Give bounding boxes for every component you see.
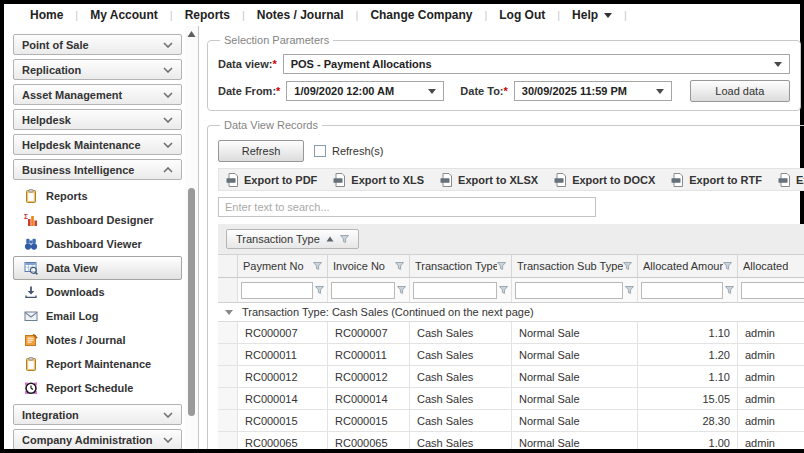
filter-icon[interactable] <box>623 262 632 270</box>
scrollbar-thumb[interactable] <box>188 188 195 416</box>
sidebar-item-dashboard-designer[interactable]: Σ Dashboard Designer <box>13 208 182 232</box>
menu-reports[interactable]: Reports <box>173 8 242 22</box>
menu-notes-journal[interactable]: Notes / Journal <box>245 8 356 22</box>
menu-change-company[interactable]: Change Company <box>358 8 484 22</box>
menu-log-out[interactable]: Log Out <box>487 8 557 22</box>
data-view-dropdown[interactable]: POS - Payment Allocations <box>283 54 790 74</box>
cell-payment-no[interactable]: RC000015 <box>238 410 328 432</box>
table-row[interactable]: RC000007 RC000007 Cash Sales Normal Sale… <box>218 322 804 344</box>
filter-input-invoice-no[interactable] <box>331 282 395 299</box>
filter-icon[interactable] <box>725 286 734 294</box>
export-pdf-button[interactable]: Export to PDF <box>226 173 317 187</box>
cell-payment-no[interactable]: RC000012 <box>238 366 328 388</box>
date-from-picker[interactable]: 1/09/2020 12:00 AM <box>286 81 444 101</box>
menu-help[interactable]: Help <box>560 8 624 22</box>
cell-transaction-type[interactable]: Cash Sales <box>410 410 512 432</box>
cell-transaction-sub-type[interactable]: Normal Sale <box>512 432 638 449</box>
cell-allocated-amount[interactable]: 1.10 <box>638 366 738 388</box>
cell-transaction-sub-type[interactable]: Normal Sale <box>512 410 638 432</box>
grid-header-invoice-no[interactable]: Invoice No <box>328 255 410 278</box>
grid-header-payment-no[interactable]: Payment No <box>238 255 328 278</box>
grid-header-allocated[interactable]: Allocated <box>738 255 804 278</box>
refresh-button[interactable]: Refresh <box>218 140 304 162</box>
cell-payment-no[interactable]: RC000014 <box>238 388 328 410</box>
cell-invoice-no[interactable]: RC000011 <box>328 344 410 366</box>
date-to-picker[interactable]: 30/09/2025 11:59 PM <box>514 81 672 101</box>
scroll-up-icon[interactable] <box>187 30 196 38</box>
sidebar-item-email-log[interactable]: Email Log <box>13 304 182 328</box>
cell-transaction-type[interactable]: Cash Sales <box>410 366 512 388</box>
cell-allocated-amount[interactable]: 28.30 <box>638 410 738 432</box>
filter-icon[interactable] <box>315 286 324 294</box>
cell-invoice-no[interactable]: RC000065 <box>328 432 410 449</box>
cell-allocated[interactable]: admin <box>738 410 804 432</box>
sidebar-item-report-maintenance[interactable]: Report Maintenance <box>13 352 182 376</box>
cell-transaction-sub-type[interactable]: Normal Sale <box>512 366 638 388</box>
grid-header-transaction-sub-type[interactable]: Transaction Sub Type <box>512 255 638 278</box>
sidebar-section-replication[interactable]: Replication <box>13 59 182 80</box>
sidebar-item-notes-journal[interactable]: Notes / Journal <box>13 328 182 352</box>
cell-transaction-sub-type[interactable]: Normal Sale <box>512 344 638 366</box>
cell-transaction-type[interactable]: Cash Sales <box>410 388 512 410</box>
filter-icon[interactable] <box>723 262 732 270</box>
sidebar-section-helpdesk[interactable]: Helpdesk <box>13 109 182 130</box>
cell-allocated-amount[interactable]: 15.05 <box>638 388 738 410</box>
export-xls-button[interactable]: Export to XLS <box>333 173 424 187</box>
sidebar-item-dashboard-viewer[interactable]: Dashboard Viewer <box>13 232 182 256</box>
refresh-checkbox[interactable] <box>314 145 326 157</box>
cell-invoice-no[interactable]: RC000012 <box>328 366 410 388</box>
filter-input-allocated-amount[interactable] <box>641 282 723 299</box>
cell-transaction-type[interactable]: Cash Sales <box>410 322 512 344</box>
search-input[interactable] <box>218 197 596 217</box>
sidebar-item-downloads[interactable]: Downloads <box>13 280 182 304</box>
cell-payment-no[interactable]: RC000011 <box>238 344 328 366</box>
sidebar-section-company-administration[interactable]: Company Administration <box>13 429 182 449</box>
filter-icon[interactable] <box>313 262 322 270</box>
menu-my-account[interactable]: My Account <box>78 8 170 22</box>
export-csv-button[interactable]: Export to CSV <box>778 173 804 187</box>
cell-allocated-amount[interactable]: 1.20 <box>638 344 738 366</box>
cell-invoice-no[interactable]: RC000007 <box>328 322 410 344</box>
cell-invoice-no[interactable]: RC000015 <box>328 410 410 432</box>
collapse-arrow-icon[interactable] <box>225 310 233 315</box>
cell-payment-no[interactable]: RC000065 <box>238 432 328 449</box>
cell-allocated[interactable]: admin <box>738 322 804 344</box>
filter-icon[interactable] <box>395 262 404 270</box>
cell-allocated[interactable]: admin <box>738 432 804 449</box>
filter-icon[interactable] <box>340 235 349 243</box>
load-data-button[interactable]: Load data <box>690 80 790 102</box>
grid-group-row[interactable]: Transaction Type: Cash Sales (Continued … <box>218 303 804 322</box>
table-row[interactable]: RC000065 RC000065 Cash Sales Normal Sale… <box>218 432 804 449</box>
sidebar-section-helpdesk-maintenance[interactable]: Helpdesk Maintenance <box>13 134 182 155</box>
cell-allocated[interactable]: admin <box>738 366 804 388</box>
filter-input-transaction-type[interactable] <box>413 282 497 299</box>
cell-payment-no[interactable]: RC000007 <box>238 322 328 344</box>
menu-home[interactable]: Home <box>18 8 75 22</box>
cell-allocated-amount[interactable]: 1.00 <box>638 432 738 449</box>
cell-allocated-amount[interactable]: 1.10 <box>638 322 738 344</box>
filter-icon[interactable] <box>497 262 506 270</box>
sidebar-item-reports[interactable]: Reports <box>13 184 182 208</box>
filter-input-transaction-sub-type[interactable] <box>515 282 623 299</box>
filter-icon[interactable] <box>397 286 406 294</box>
export-rtf-button[interactable]: Export to RTF <box>671 173 762 187</box>
sidebar-item-data-view[interactable]: Data View <box>13 256 182 280</box>
table-row[interactable]: RC000011 RC000011 Cash Sales Normal Sale… <box>218 344 804 366</box>
sidebar-section-business-intelligence[interactable]: Business Intelligence <box>13 159 182 180</box>
filter-input-payment-no[interactable] <box>241 282 313 299</box>
table-row[interactable]: RC000012 RC000012 Cash Sales Normal Sale… <box>218 366 804 388</box>
group-chip-transaction-type[interactable]: Transaction Type <box>226 229 359 249</box>
sidebar-scrollbar[interactable] <box>185 26 198 449</box>
cell-allocated[interactable]: admin <box>738 344 804 366</box>
filter-icon[interactable] <box>499 286 508 294</box>
cell-invoice-no[interactable]: RC000014 <box>328 388 410 410</box>
grid-header-transaction-type[interactable]: Transaction Type <box>410 255 512 278</box>
cell-transaction-sub-type[interactable]: Normal Sale <box>512 322 638 344</box>
export-docx-button[interactable]: Export to DOCX <box>554 173 655 187</box>
cell-transaction-type[interactable]: Cash Sales <box>410 344 512 366</box>
cell-transaction-sub-type[interactable]: Normal Sale <box>512 388 638 410</box>
table-row[interactable]: RC000014 RC000014 Cash Sales Normal Sale… <box>218 388 804 410</box>
sidebar-item-report-schedule[interactable]: Report Schedule <box>13 376 182 400</box>
grid-header-allocated-amount[interactable]: Allocated Amount <box>638 255 738 278</box>
cell-allocated[interactable]: admin <box>738 388 804 410</box>
